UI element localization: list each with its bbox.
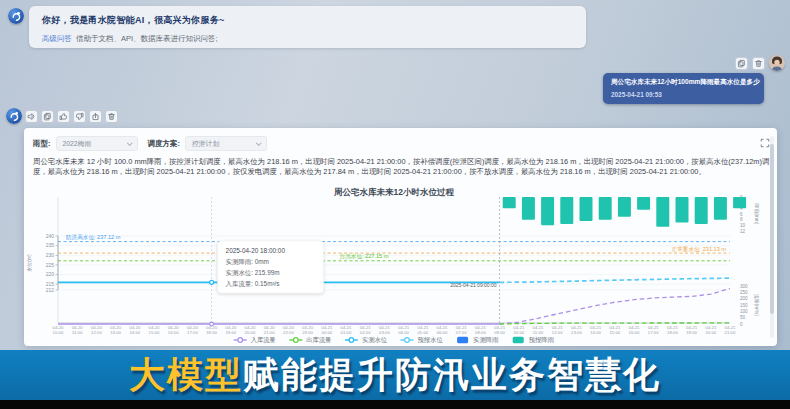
svg-text:04-21: 04-21: [494, 325, 506, 330]
rain-type-label: 雨型:: [33, 139, 51, 149]
chevron-down-icon: [256, 140, 262, 146]
svg-text:225: 225: [46, 262, 55, 268]
banner-text: 大模型赋能提升防汛业务智慧化: [129, 351, 661, 400]
svg-text:50: 50: [740, 315, 746, 320]
thumbs-down-button[interactable]: [73, 110, 86, 123]
copy-answer-button[interactable]: [41, 110, 54, 123]
svg-text:04-21: 04-21: [513, 325, 525, 330]
fullscreen-button[interactable]: [760, 134, 770, 152]
svg-text:15:00: 15:00: [149, 330, 160, 335]
svg-text:300: 300: [740, 284, 748, 289]
svg-text:04-20: 04-20: [53, 325, 65, 330]
svg-text:04-20: 04-20: [110, 325, 122, 330]
svg-text:230: 230: [46, 252, 55, 258]
svg-text:04-21: 04-21: [379, 325, 391, 330]
legend-item: 入库流量: [251, 336, 276, 344]
delete-answer-button[interactable]: [105, 110, 118, 123]
svg-text:04-20: 04-20: [129, 325, 141, 330]
copy-button[interactable]: [735, 57, 748, 70]
svg-text:04-21: 04-21: [341, 325, 353, 330]
svg-text:04-21: 04-21: [705, 325, 717, 330]
svg-text:0: 0: [740, 322, 743, 327]
svg-text:8: 8: [740, 217, 743, 222]
answer-toolbar: [25, 110, 118, 123]
svg-text:11:00: 11:00: [533, 330, 544, 335]
svg-text:09:00: 09:00: [494, 330, 505, 335]
svg-text:04-21: 04-21: [321, 325, 333, 330]
user-message-bubble: 周公宅水库未来12小时100mm降雨最高水位是多少 2025-04-21 09:…: [603, 73, 764, 104]
assistant-avatar-answer: [6, 108, 22, 124]
advanced-qa-tag[interactable]: 高级问答: [42, 34, 72, 43]
level-axis-title: 水位(m): [26, 254, 32, 272]
rain-bar: [580, 197, 593, 221]
svg-text:04-21: 04-21: [571, 325, 583, 330]
svg-text:212: 212: [46, 287, 55, 293]
thumbs-up-button[interactable]: [57, 110, 70, 123]
legend-item: 出库流量: [306, 336, 331, 344]
user-message-time: 2025-04-21 09:53: [611, 91, 756, 98]
svg-text:04-20: 04-20: [283, 325, 295, 330]
svg-text:200: 200: [740, 296, 748, 301]
svg-text:17:00: 17:00: [187, 330, 198, 335]
svg-text:04-21: 04-21: [629, 325, 641, 330]
forecast-summary-text: 周公宅水库未来 12 小时 100.0 mm降雨，按控泄计划调度，最高水位为 2…: [33, 157, 770, 177]
export-button[interactable]: [89, 110, 102, 123]
now-line-label: 2025-04-21 09:00:00: [450, 282, 497, 288]
svg-text:11:00: 11:00: [72, 330, 83, 335]
svg-text:04-21: 04-21: [648, 325, 660, 330]
svg-text:13:00: 13:00: [571, 330, 582, 335]
svg-text:04-21: 04-21: [590, 325, 602, 330]
rain-bar: [656, 197, 669, 227]
svg-text:04-21: 04-21: [686, 325, 698, 330]
legend-item: 预报降雨: [529, 336, 555, 344]
plan-select[interactable]: 控泄计划: [185, 136, 267, 151]
svg-text:10:00: 10:00: [513, 330, 524, 335]
user-avatar[interactable]: [769, 55, 785, 71]
ref-line-label: 台汛水位: 227.15 m: [340, 253, 389, 260]
svg-text:05:00: 05:00: [417, 330, 428, 335]
chart-svg[interactable]: 周公宅水库未来12小时水位过程240235230225220215212水位(m…: [24, 186, 777, 346]
rain-type-select[interactable]: 2022梅雨: [56, 136, 138, 151]
svg-text:04-20: 04-20: [225, 325, 237, 330]
rain-bar: [733, 197, 746, 208]
svg-text:100: 100: [740, 309, 748, 314]
svg-text:19:00: 19:00: [686, 330, 697, 335]
svg-text:04-21: 04-21: [609, 325, 621, 330]
legend-item: 实测水位: [362, 336, 388, 344]
svg-text:04-20: 04-20: [187, 325, 199, 330]
svg-text:10:00: 10:00: [53, 330, 64, 335]
read-aloud-button[interactable]: [25, 110, 38, 123]
svg-text:21:00: 21:00: [264, 330, 275, 335]
assistant-greeting-bubble: 你好，我是甬水院智能AI，很高兴为你服务~ 高级问答借助于文档、API、数据库表…: [29, 6, 586, 48]
svg-text:04-21: 04-21: [667, 325, 679, 330]
water-level-chart[interactable]: 周公宅水库未来12小时水位过程240235230225220215212水位(m…: [24, 186, 777, 346]
svg-text:240: 240: [46, 233, 55, 239]
rain-bar: [503, 197, 516, 208]
svg-text:04-21: 04-21: [360, 325, 372, 330]
svg-text:10: 10: [740, 223, 746, 228]
rain-bar: [599, 197, 612, 220]
svg-text:22:00: 22:00: [283, 330, 294, 335]
svg-text:04-20: 04-20: [264, 325, 276, 330]
svg-text:20:00: 20:00: [245, 330, 256, 335]
svg-text:150: 150: [740, 303, 748, 308]
svg-text:21:00: 21:00: [725, 330, 736, 335]
delete-button[interactable]: [752, 57, 765, 70]
forecast_level-line: [500, 278, 730, 282]
banner-highlight: 大模型: [129, 354, 243, 395]
svg-text:04-21: 04-21: [417, 325, 429, 330]
rain-bar: [522, 197, 535, 220]
svg-text:00:00: 00:00: [321, 330, 332, 335]
ref-line-label: 防洪高水位: 237.12 m: [66, 234, 121, 241]
svg-text:04-20: 04-20: [245, 325, 257, 330]
panel-scrollbar[interactable]: [770, 136, 774, 338]
svg-text:19:00: 19:00: [225, 330, 236, 335]
controls-row: 雨型: 2022梅雨 调度方案: 控泄计划: [33, 136, 267, 151]
forecast_inflow-line: [500, 289, 730, 325]
svg-text:16:00: 16:00: [629, 330, 640, 335]
legend-item: 预报水位: [418, 336, 444, 344]
user-message-tools: [735, 55, 785, 71]
svg-text:20:00: 20:00: [705, 330, 716, 335]
ref-line-label: 正常蓄水位: 231.13 m: [672, 246, 727, 252]
svg-text:实测水位: 215.99m: 实测水位: 215.99m: [226, 269, 280, 277]
